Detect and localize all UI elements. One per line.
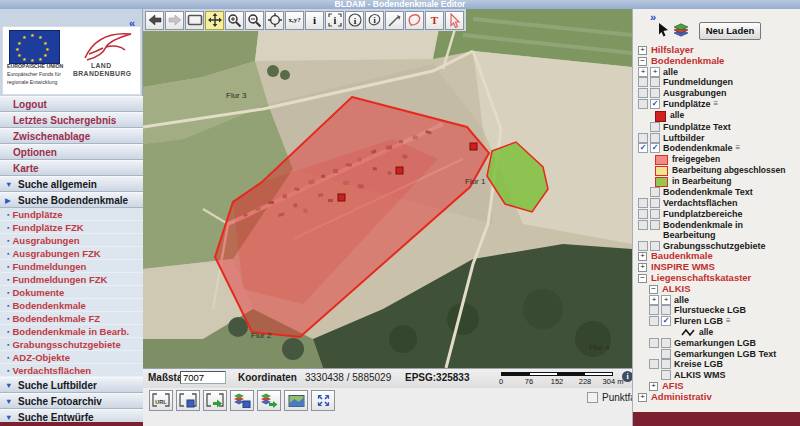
- layers-icon[interactable]: [673, 23, 689, 41]
- layer-checkbox[interactable]: [650, 77, 660, 87]
- layer-checkbox[interactable]: [650, 187, 660, 197]
- map-export-button[interactable]: [284, 390, 308, 411]
- save-layers-button[interactable]: [230, 390, 254, 411]
- layer-checkbox[interactable]: [638, 198, 648, 208]
- sidebar-item-ausgrabungen-fzk[interactable]: ▪Ausgrabungen FZK: [0, 247, 143, 260]
- expander-minus-icon[interactable]: −: [638, 57, 647, 66]
- pan-button[interactable]: [205, 11, 224, 30]
- url-extent-button[interactable]: URL: [149, 390, 173, 411]
- sidebar-item-zwischenablage[interactable]: Zwischenablage: [0, 128, 143, 144]
- layers-save-icon: [233, 393, 251, 408]
- layer-checkbox[interactable]: [638, 241, 648, 251]
- layer-checkbox[interactable]: [638, 88, 648, 98]
- expand-box-icon[interactable]: +: [661, 295, 671, 305]
- layer-checkbox[interactable]: ✓: [638, 143, 648, 153]
- sidebar-item-logout[interactable]: Logout: [0, 96, 143, 112]
- measure-button[interactable]: [385, 11, 404, 30]
- expander-minus-icon[interactable]: −: [638, 274, 647, 283]
- layer-checkbox[interactable]: [650, 133, 660, 143]
- expander-plus-icon[interactable]: +: [649, 382, 658, 391]
- legend-swatch-red-solid: [655, 111, 666, 122]
- draw-polygon-button[interactable]: [405, 11, 424, 30]
- identify-polygon-button[interactable]: i: [365, 11, 384, 30]
- layer-checkbox[interactable]: [650, 220, 660, 230]
- layer-checkbox[interactable]: [650, 122, 660, 132]
- expander-minus-icon[interactable]: −: [649, 285, 658, 294]
- layer-checkbox[interactable]: [650, 209, 660, 219]
- sidebar-item-bodendenkmale-fz[interactable]: ▪Bodendenkmale FZ: [0, 312, 143, 325]
- layer-checkbox[interactable]: ✓: [661, 316, 671, 326]
- draw-text-button[interactable]: T: [425, 11, 444, 30]
- layer-checkbox[interactable]: [650, 198, 660, 208]
- full-extent-button[interactable]: [185, 11, 204, 30]
- sidebar-item-bodendenkmale[interactable]: ▪Bodendenkmale: [0, 299, 143, 312]
- expand-box-icon[interactable]: +: [638, 67, 648, 77]
- sidebar-item-fundpl-tze[interactable]: ▪Fundplätze: [0, 208, 143, 221]
- layer-checkbox[interactable]: [638, 209, 648, 219]
- load-extent-button[interactable]: [203, 390, 227, 411]
- layer-checkbox[interactable]: [649, 338, 659, 348]
- sidebar-item-suche-allgemein[interactable]: ▼Suche allgemein: [0, 176, 143, 192]
- context-menu-icon[interactable]: ≡: [714, 99, 719, 109]
- sidebar-item-grabungsschutzgebiete[interactable]: ▪Grabungsschutzgebiete: [0, 338, 143, 351]
- map-canvas[interactable]: Flur 3Flur 1Flur 2Flur 4: [143, 9, 632, 368]
- expander-plus-icon[interactable]: +: [638, 46, 647, 55]
- sidebar-item-fundmeldungen[interactable]: ▪Fundmeldungen: [0, 260, 143, 273]
- pointer-icon[interactable]: [657, 22, 669, 41]
- identify-button[interactable]: i: [305, 11, 324, 30]
- save-extent-button[interactable]: [176, 390, 200, 411]
- center-button[interactable]: [265, 11, 284, 30]
- reload-button[interactable]: Neu Laden: [699, 22, 761, 40]
- context-menu-icon[interactable]: ≡: [736, 143, 741, 153]
- layer-checkbox[interactable]: [661, 359, 671, 369]
- back-button[interactable]: [145, 11, 164, 30]
- zoom-out-button[interactable]: [245, 11, 264, 30]
- identify-box-button[interactable]: i: [325, 11, 344, 30]
- expand-box-icon[interactable]: +: [649, 295, 659, 305]
- sidebar-item-karte[interactable]: Karte: [0, 160, 143, 176]
- sidebar-item-adz-objekte[interactable]: ▪ADZ-Objekte: [0, 351, 143, 364]
- query-coordinates-button[interactable]: x,y?: [285, 11, 304, 30]
- sidebar-item-bodendenkmale-in-bearb-[interactable]: ▪Bodendenkmale in Bearb.: [0, 325, 143, 338]
- load-layers-button[interactable]: [257, 390, 281, 411]
- forward-button[interactable]: [165, 11, 184, 30]
- sidebar-item-letztes-suchergebnis[interactable]: Letztes Suchergebnis: [0, 112, 143, 128]
- fit-size-button[interactable]: [311, 390, 335, 411]
- layer-checkbox[interactable]: ✓: [650, 99, 660, 109]
- layer-checkbox[interactable]: [649, 316, 659, 326]
- sidebar-item-verdachtsfl-chen[interactable]: ▪Verdachtsflächen: [0, 364, 143, 377]
- sidebar-item-fundpl-tze-fzk[interactable]: ▪Fundplätze FZK: [0, 221, 143, 234]
- expander-plus-icon[interactable]: +: [638, 263, 647, 272]
- layer-checkbox[interactable]: [638, 99, 648, 109]
- sidebar-item-fundmeldungen-fzk[interactable]: ▪Fundmeldungen FZK: [0, 273, 143, 286]
- expander-plus-icon[interactable]: +: [638, 252, 647, 261]
- layer-checkbox[interactable]: [638, 220, 648, 230]
- layer-checkbox[interactable]: [649, 359, 659, 369]
- layer-checkbox[interactable]: [661, 305, 671, 315]
- expand-right-icon[interactable]: »: [650, 11, 656, 23]
- sidebar-item-suche-luftbilder[interactable]: ▼Suche Luftbilder: [0, 377, 143, 393]
- scale-input[interactable]: [180, 371, 226, 384]
- layer-checkbox[interactable]: ✓: [650, 143, 660, 153]
- layer-checkbox[interactable]: [638, 77, 648, 87]
- layer-checkbox[interactable]: [661, 349, 671, 359]
- context-menu-icon[interactable]: ≡: [726, 316, 731, 326]
- zoom-in-button[interactable]: [225, 11, 244, 30]
- layer-checkbox[interactable]: [661, 370, 671, 380]
- expander-plus-icon[interactable]: +: [638, 393, 647, 402]
- sidebar-item-dokumente[interactable]: ▪Dokumente: [0, 286, 143, 299]
- layer-checkbox[interactable]: [650, 88, 660, 98]
- layer-checkbox[interactable]: [661, 338, 671, 348]
- punktfang-checkbox[interactable]: [587, 392, 598, 403]
- sidebar-item-suche-fotoarchiv[interactable]: ▼Suche Fotoarchiv: [0, 393, 143, 409]
- layer-checkbox[interactable]: [650, 241, 660, 251]
- sidebar-item-ausgrabungen[interactable]: ▪Ausgrabungen: [0, 234, 143, 247]
- select-button[interactable]: [445, 11, 464, 30]
- layer-label: alle: [669, 110, 684, 121]
- layer-checkbox[interactable]: [649, 305, 659, 315]
- expand-box-icon[interactable]: +: [650, 67, 660, 77]
- sidebar-item-optionen[interactable]: Optionen: [0, 144, 143, 160]
- layer-checkbox[interactable]: [638, 133, 648, 143]
- sidebar-item-suche-bodendenkmale[interactable]: ▶Suche Bodendenkmale: [0, 192, 143, 208]
- identify-circle-button[interactable]: i: [345, 11, 364, 30]
